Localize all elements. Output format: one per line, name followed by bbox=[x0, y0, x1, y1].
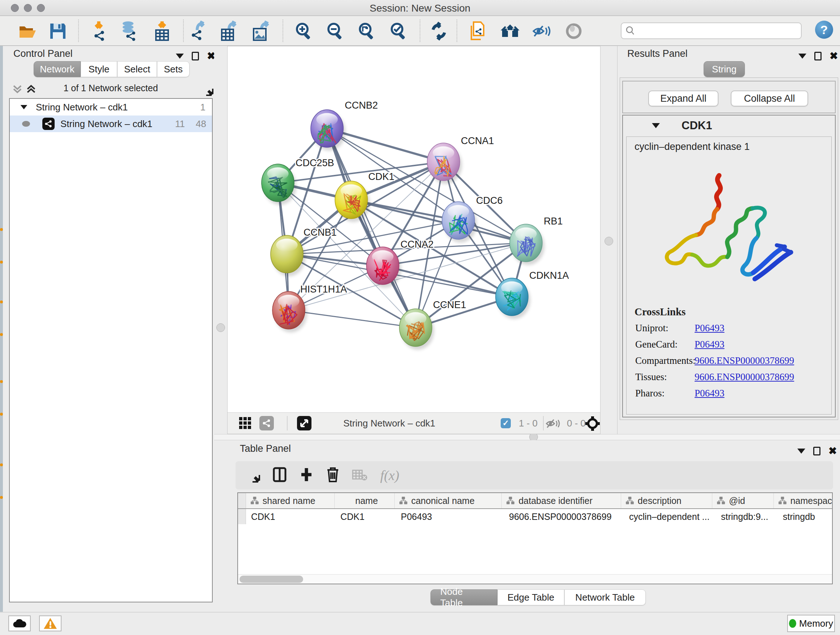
tab-string[interactable]: String bbox=[704, 61, 745, 77]
memory-label: Memory bbox=[799, 618, 833, 629]
cell-name[interactable]: CDK1 bbox=[335, 509, 396, 524]
left-panel-splitter[interactable] bbox=[214, 46, 227, 434]
panel-float-icon[interactable] bbox=[192, 52, 199, 60]
cell-id[interactable]: stringdb:9... bbox=[716, 509, 778, 524]
expand-all-networks-button[interactable] bbox=[25, 84, 37, 96]
fit-content-crosshair-icon[interactable] bbox=[585, 416, 600, 434]
network-node-cdkn1a[interactable]: CDKN1A bbox=[496, 270, 569, 319]
node-table[interactable]: shared name name canonical name database… bbox=[237, 492, 833, 584]
tab-network-table[interactable]: Network Table bbox=[564, 589, 646, 605]
bottom-panel-splitter[interactable] bbox=[214, 434, 840, 440]
toolbar-separator bbox=[283, 19, 283, 42]
splitter-handle[interactable] bbox=[216, 323, 225, 332]
grid-view-icon[interactable] bbox=[238, 416, 252, 432]
table-row[interactable]: CDK1 CDK1 P06493 9606.ENSP00000378699 cy… bbox=[238, 509, 832, 524]
add-column-icon[interactable] bbox=[299, 467, 314, 484]
network-node-cdc25b[interactable]: CDC25B bbox=[262, 157, 334, 205]
crosslink-pharos-link[interactable]: P06493 bbox=[695, 388, 725, 399]
cell-canonical-name[interactable]: P06493 bbox=[396, 509, 504, 524]
cell-shared-name[interactable]: CDK1 bbox=[246, 509, 335, 524]
network-options-gear-icon[interactable] bbox=[198, 81, 213, 97]
search-input[interactable] bbox=[635, 26, 794, 36]
table-horizontal-scrollbar[interactable] bbox=[238, 574, 832, 584]
help-button[interactable]: ? bbox=[815, 21, 833, 39]
selected-nodes-checkbox-icon[interactable]: ✓ bbox=[501, 418, 511, 428]
network-node-ccna1[interactable]: CCNA1 bbox=[427, 135, 494, 184]
collection-expand-icon[interactable] bbox=[21, 105, 27, 109]
export-network-button[interactable] bbox=[189, 21, 210, 42]
import-table-button[interactable] bbox=[152, 21, 172, 42]
export-table-button[interactable] bbox=[219, 21, 240, 42]
hide-selected-button[interactable] bbox=[531, 21, 553, 42]
panel-float-icon[interactable] bbox=[813, 447, 821, 455]
crosslink-genecard-link[interactable]: P06493 bbox=[695, 339, 725, 350]
tab-sets[interactable]: Sets bbox=[157, 61, 189, 77]
network-node-ccnb2[interactable]: CCNB2 bbox=[311, 100, 378, 150]
panel-menu-icon[interactable] bbox=[797, 448, 805, 454]
zoom-selected-button[interactable] bbox=[388, 21, 409, 42]
network-node-rb1[interactable]: RB1 bbox=[510, 216, 563, 265]
crosslink-tissues-link[interactable]: 9606.ENSP00000378699 bbox=[695, 371, 794, 383]
cell-database-identifier[interactable]: 9606.ENSP00000378699 bbox=[504, 509, 624, 524]
open-session-button[interactable] bbox=[17, 21, 38, 42]
right-panel-splitter[interactable] bbox=[600, 46, 617, 434]
column-header[interactable]: namespac bbox=[774, 493, 832, 508]
birds-eye-view-icon[interactable] bbox=[297, 416, 311, 431]
apply-layout-button[interactable] bbox=[428, 21, 449, 42]
toolbar-search-field[interactable] bbox=[621, 22, 802, 39]
crosslink-compartments-link[interactable]: 9606.ENSP00000378699 bbox=[695, 355, 794, 366]
warnings-button[interactable] bbox=[39, 616, 62, 631]
show-all-button[interactable] bbox=[563, 21, 584, 42]
clone-network-button[interactable] bbox=[468, 21, 489, 42]
panel-menu-icon[interactable] bbox=[798, 54, 806, 59]
panel-close-icon[interactable]: ✖ bbox=[829, 446, 837, 456]
panel-menu-icon[interactable] bbox=[176, 54, 184, 59]
expand-all-button[interactable]: Expand All bbox=[648, 90, 718, 106]
panel-float-icon[interactable] bbox=[814, 52, 821, 60]
zoom-out-button[interactable] bbox=[325, 21, 346, 42]
tab-network[interactable]: Network bbox=[34, 61, 81, 77]
string-view-icon[interactable] bbox=[259, 416, 274, 431]
table-settings-gear-icon[interactable] bbox=[244, 467, 260, 484]
export-image-button[interactable] bbox=[251, 21, 272, 42]
splitter-handle[interactable] bbox=[605, 237, 613, 245]
column-header[interactable]: database identifier bbox=[502, 493, 621, 508]
crosslink-uniprot-link[interactable]: P06493 bbox=[695, 323, 725, 334]
column-header[interactable]: description bbox=[621, 493, 712, 508]
cell-namespace[interactable]: stringdb bbox=[778, 509, 832, 524]
collapse-all-button[interactable]: Collapse All bbox=[731, 90, 808, 106]
cloud-status-button[interactable] bbox=[8, 616, 31, 631]
delete-column-trash-icon[interactable] bbox=[326, 466, 340, 485]
column-visibility-icon[interactable] bbox=[272, 467, 287, 484]
network-canvas[interactable]: CCNB2CCNA1CDC25BCDK1CDC6RB1CCNB1CCNA2CDK… bbox=[227, 46, 600, 412]
zoom-fit-button[interactable] bbox=[356, 21, 377, 42]
first-neighbors-button[interactable] bbox=[500, 21, 521, 42]
column-header[interactable]: canonical name bbox=[395, 493, 502, 508]
save-session-button[interactable] bbox=[47, 21, 68, 42]
tab-node-table[interactable]: Node Table bbox=[431, 589, 497, 605]
gene-section-header[interactable]: CDK1 bbox=[623, 116, 835, 136]
scrollbar-thumb[interactable] bbox=[240, 576, 303, 583]
network-node-ccnb1[interactable]: CCNB1 bbox=[271, 227, 337, 276]
import-network-file-button[interactable] bbox=[89, 21, 111, 42]
import-network-database-button[interactable] bbox=[118, 21, 139, 42]
export-table-icon bbox=[219, 21, 240, 42]
network-node-hist1h1a[interactable]: HIST1H1A bbox=[272, 284, 347, 333]
tab-select[interactable]: Select bbox=[117, 61, 157, 77]
zoom-in-button[interactable] bbox=[294, 21, 314, 42]
tab-edge-table[interactable]: Edge Table bbox=[497, 589, 564, 605]
network-node-ccne1[interactable]: CCNE1 bbox=[399, 299, 466, 350]
network-row-selected[interactable]: String Network – cdk1 11 48 bbox=[10, 116, 212, 132]
collapse-all-networks-button[interactable] bbox=[11, 84, 23, 96]
column-header[interactable]: @id bbox=[712, 493, 774, 508]
memory-button[interactable]: Memory bbox=[787, 615, 835, 632]
table-header-row: shared name name canonical name database… bbox=[238, 493, 832, 509]
column-header[interactable]: name bbox=[335, 493, 395, 508]
gene-collapse-icon[interactable] bbox=[652, 123, 660, 128]
column-header[interactable]: shared name bbox=[246, 493, 335, 508]
network-collection-row[interactable]: String Network – cdk1 1 bbox=[10, 99, 212, 116]
import-database-icon bbox=[118, 21, 139, 42]
tab-style[interactable]: Style bbox=[81, 61, 117, 77]
panel-close-icon[interactable]: ✖ bbox=[829, 51, 838, 61]
cell-description[interactable]: cyclin–dependent ... bbox=[624, 509, 716, 524]
